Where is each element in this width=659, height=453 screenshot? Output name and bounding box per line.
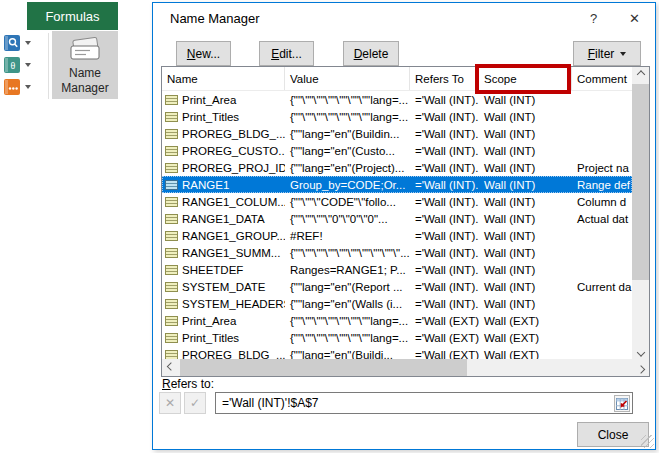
cell-refers_to: ='Wall (INT)... [410, 142, 479, 159]
cell-scope: Wall (EXT) [479, 312, 572, 329]
table-row[interactable]: PROREG_PROJ_ID{""lang="en"(Project)...='… [162, 159, 632, 176]
defined-name-icon [165, 316, 178, 326]
theta-book-icon: θ [4, 57, 20, 73]
filter-label: Filter [588, 47, 615, 61]
table-row[interactable]: Print_Area{""\""\""\""\""\""\""lang=...=… [162, 91, 632, 108]
cell-comment: Actual dat [572, 210, 632, 227]
scroll-down-icon[interactable] [632, 342, 649, 359]
cell-comment [572, 295, 632, 312]
table-row[interactable]: PROREG_BLDG_...{""lang="en"(Buildin...='… [162, 125, 632, 142]
range-selector-icon[interactable] [614, 395, 630, 412]
cell-refers_to: ='Wall (INT)... [410, 91, 479, 108]
defined-name-icon [165, 333, 178, 343]
delete-button[interactable]: Delete [343, 41, 399, 66]
name-manager-dialog: Name Manager ? ✕ New... Edit... Delete F… [152, 2, 656, 450]
cell-name: Print_Titles [162, 329, 285, 346]
cell-value: Group_by=CODE;Or... [285, 176, 410, 193]
name-manager-button[interactable]: Name Manager [52, 31, 118, 99]
vertical-scrollbar[interactable] [632, 67, 649, 359]
magnifier-book-icon [4, 35, 20, 51]
cell-comment: Range def [572, 176, 632, 193]
table-row[interactable]: PROREG_BLDG_...{""lang="en"(Buildi...='W… [162, 346, 632, 359]
cell-name: PROREG_BLDG_... [162, 125, 285, 142]
cell-comment [572, 329, 632, 346]
refers-to-input[interactable]: ='Wall (INT)'!$A$7 [215, 392, 633, 414]
column-header-name[interactable]: Name [162, 67, 285, 90]
cell-scope: Wall (INT) [479, 125, 572, 142]
help-icon[interactable]: ? [573, 3, 614, 33]
cell-scope: Wall (INT) [479, 210, 572, 227]
vertical-scrollbar-thumb[interactable] [632, 84, 649, 280]
filter-dropdown-icon [620, 52, 626, 56]
scroll-left-icon[interactable] [162, 359, 179, 376]
cell-comment [572, 125, 632, 142]
cell-refers_to: ='Wall (EXT)... [410, 329, 479, 346]
cell-value: {""\""\""\"0"\"0"\"0"... [285, 210, 410, 227]
horizontal-scrollbar-thumb[interactable] [180, 359, 467, 376]
cell-refers_to: ='Wall (INT)... [410, 244, 479, 261]
column-header-comment[interactable]: Comment [572, 67, 632, 90]
filter-button[interactable]: Filter [573, 41, 641, 66]
new-button[interactable]: New... [176, 41, 231, 66]
scroll-right-icon[interactable] [632, 359, 649, 376]
cell-name: SYSTEM_HEADERS [162, 295, 285, 312]
edit-button[interactable]: Edit... [259, 41, 314, 66]
defined-name-icon [165, 129, 178, 139]
dialog-title: Name Manager [170, 11, 260, 26]
cell-scope: Wall (INT) [479, 278, 572, 295]
table-row[interactable]: RANGE1_SUMM...{""\""\""\""\""\""\""\""\"… [162, 244, 632, 261]
table-row[interactable]: RANGE1Group_by=CODE;Or...='Wall (INT)...… [162, 176, 632, 193]
cell-comment [572, 346, 632, 359]
chevron-down-icon [25, 85, 31, 89]
cell-scope: Wall (INT) [479, 91, 572, 108]
column-header-value[interactable]: Value [285, 67, 410, 90]
table-row[interactable]: RANGE1_DATA{""\""\""\"0"\"0"\"0"...='Wal… [162, 210, 632, 227]
tab-formulas[interactable]: Formulas [27, 2, 118, 30]
refers-to-row: ✕ ✓ ='Wall (INT)'!$A$7 [159, 392, 647, 414]
cell-value: {""\""\""\""\""\""\""lang=... [285, 312, 410, 329]
horizontal-scrollbar[interactable] [162, 359, 649, 376]
cell-scope: Wall (INT) [479, 193, 572, 210]
cell-name: Print_Area [162, 312, 285, 329]
ribbon-separator [48, 33, 49, 99]
table-row[interactable]: RANGE1_GROUP...#REF!='Wall (INT)...Wall … [162, 227, 632, 244]
defined-name-icon [165, 163, 178, 173]
cell-refers_to: ='Wall (INT)... [410, 193, 479, 210]
define-name-button[interactable] [2, 32, 48, 54]
defined-name-icon [165, 214, 178, 224]
table-row[interactable]: RANGE1_COLUM...{""\""\"CODE"\"follo...='… [162, 193, 632, 210]
use-in-formula-button[interactable]: θ [2, 54, 48, 76]
close-button[interactable]: Close [577, 422, 649, 447]
cell-name: PROREG_PROJ_ID [162, 159, 285, 176]
cell-value: {""\""\"CODE"\"follo... [285, 193, 410, 210]
column-header-scope[interactable]: Scope [479, 67, 572, 90]
cell-comment [572, 244, 632, 261]
close-icon[interactable]: ✕ [614, 3, 655, 33]
cell-scope: Wall (INT) [479, 295, 572, 312]
table-row[interactable]: PROREG_CUSTO...{""lang="en"(Custo...='Wa… [162, 142, 632, 159]
cell-value: {""\""\""\""\""\""\""lang=... [285, 329, 410, 346]
table-row[interactable]: SYSTEM_HEADERS{""lang="en"(Walls (i...='… [162, 295, 632, 312]
column-header-refers-to[interactable]: Refers To [410, 67, 479, 90]
table-row[interactable]: Print_Titles{""\""\""\""\""\""\""lang=..… [162, 329, 632, 346]
cell-comment [572, 91, 632, 108]
cell-value: {""lang="en"(Custo... [285, 142, 410, 159]
cell-value: {""\""\""\""\""\""\""lang=... [285, 91, 410, 108]
cell-comment: Column d [572, 193, 632, 210]
table-header: Name Value Refers To Scope Comment [162, 67, 632, 91]
cell-name: PROREG_BLDG_... [162, 346, 285, 359]
table-row[interactable]: SYSTEM_DATE{""lang="en"(Report ...='Wall… [162, 278, 632, 295]
table-row[interactable]: Print_Area{""\""\""\""\""\""\""lang=...=… [162, 312, 632, 329]
scroll-up-icon[interactable] [632, 67, 649, 84]
cell-value: {""lang="en"(Buildin... [285, 125, 410, 142]
resize-grip[interactable] [641, 435, 654, 448]
table-row[interactable]: SHEETDEFRanges=RANGE1; P...='Wall (INT).… [162, 261, 632, 278]
table-row[interactable]: Print_Titles{""\""\""\""\""\""\""lang=..… [162, 108, 632, 125]
dialog-titlebar: Name Manager ? ✕ [153, 3, 655, 33]
defined-name-icon [165, 112, 178, 122]
create-from-selection-button[interactable] [2, 76, 48, 98]
cell-refers_to: ='Wall (INT)... [410, 227, 479, 244]
refers-to-label: Refers to: [162, 377, 214, 391]
cell-comment [572, 142, 632, 159]
names-table: Name Value Refers To Scope Comment Print… [161, 66, 650, 377]
